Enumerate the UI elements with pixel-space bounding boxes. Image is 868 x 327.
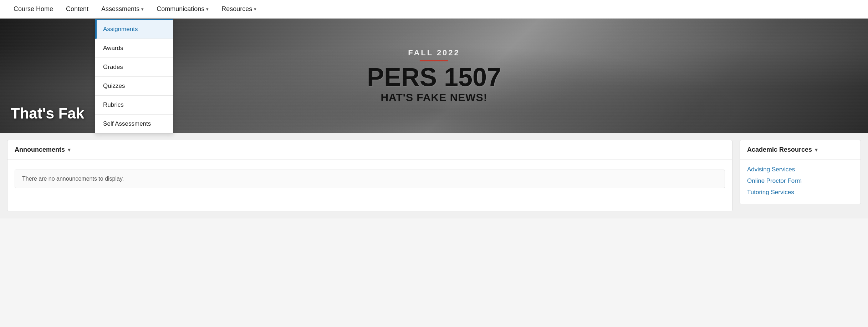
hero-center: FALL 2022 PERS 1507 HAT'S FAKE NEWS!: [367, 48, 501, 104]
assessments-dropdown: Assignments Awards Grades Quizzes Rubric…: [95, 19, 173, 134]
main-content: Announcements ▾ There are no announcemen…: [0, 133, 868, 218]
hero-red-line: [420, 60, 448, 61]
hero-left-text: That's Fak: [11, 105, 84, 122]
nav-item-communications[interactable]: Communications ▾: [150, 0, 215, 18]
announcements-title: Announcements: [15, 146, 65, 154]
dropdown-item-grades[interactable]: Grades: [95, 58, 173, 77]
academic-resources-header: Academic Resources ▾: [740, 140, 861, 160]
academic-resources-box: Academic Resources ▾ Advising Services O…: [740, 140, 861, 204]
dropdown-item-rubrics[interactable]: Rubrics: [95, 96, 173, 115]
online-proctor-form-link[interactable]: Online Proctor Form: [747, 175, 853, 187]
communications-chevron-icon: ▾: [206, 6, 209, 12]
nav-label-course-home: Course Home: [14, 5, 53, 13]
hero-course-subtitle: HAT'S FAKE NEWS!: [367, 91, 501, 104]
hero-course-code: PERS 1507: [367, 64, 501, 90]
assessments-chevron-icon: ▾: [141, 6, 144, 12]
dropdown-item-quizzes[interactable]: Quizzes: [95, 77, 173, 96]
nav-label-resources: Resources: [221, 5, 252, 13]
dropdown-item-self-assessments[interactable]: Self Assessments: [95, 115, 173, 133]
announcements-chevron-icon[interactable]: ▾: [68, 146, 71, 153]
academic-resources-section: Academic Resources ▾ Advising Services O…: [740, 140, 861, 211]
dropdown-item-awards[interactable]: Awards: [95, 39, 173, 58]
announcements-empty-message: There are no announcements to display.: [22, 176, 124, 182]
announcements-section: Announcements ▾ There are no announcemen…: [7, 140, 732, 211]
resources-links: Advising Services Online Proctor Form Tu…: [740, 160, 861, 204]
navbar: Course Home Content Assessments ▾ Assign…: [0, 0, 868, 19]
announcement-card: There are no announcements to display.: [15, 170, 725, 188]
academic-resources-chevron-icon[interactable]: ▾: [815, 146, 818, 153]
announcements-header: Announcements ▾: [7, 140, 732, 160]
hero-fall-label: FALL 2022: [367, 48, 501, 57]
dropdown-item-assignments[interactable]: Assignments: [95, 20, 173, 39]
nav-item-content[interactable]: Content: [60, 0, 95, 18]
academic-resources-title: Academic Resources: [747, 146, 812, 154]
nav-label-communications: Communications: [157, 5, 204, 13]
advising-services-link[interactable]: Advising Services: [747, 164, 853, 175]
tutoring-services-link[interactable]: Tutoring Services: [747, 187, 853, 198]
nav-item-course-home[interactable]: Course Home: [7, 0, 60, 18]
announcements-body: There are no announcements to display.: [7, 160, 732, 197]
nav-item-resources[interactable]: Resources ▾: [215, 0, 263, 18]
nav-label-assessments: Assessments: [101, 5, 139, 13]
resources-chevron-icon: ▾: [254, 6, 256, 12]
nav-label-content: Content: [66, 5, 88, 13]
nav-item-assessments[interactable]: Assessments ▾ Assignments Awards Grades …: [95, 0, 150, 18]
